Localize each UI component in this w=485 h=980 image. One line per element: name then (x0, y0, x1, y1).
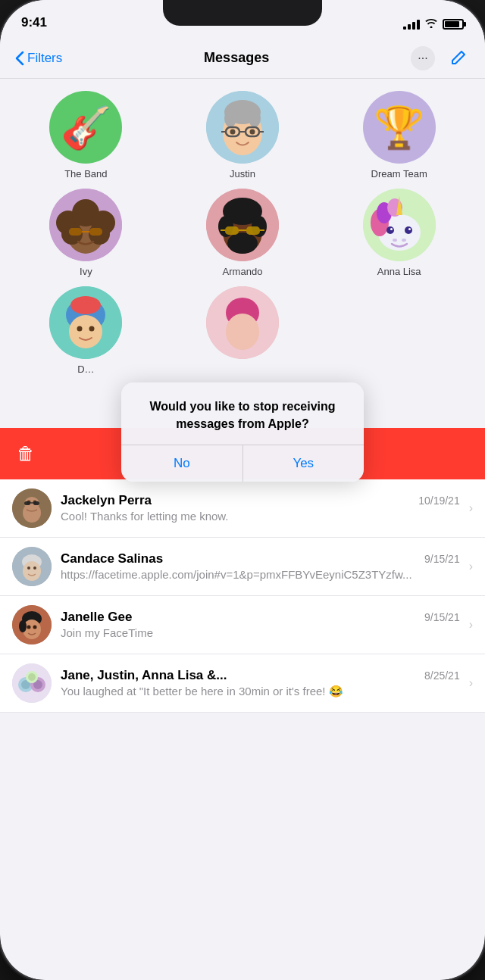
pinned-avatar-annalisa (363, 189, 436, 261)
svg-point-48 (402, 239, 406, 242)
pinned-contacts-row2: Ivy (0, 186, 485, 283)
pinned-avatar-partial (49, 286, 122, 359)
message-time-candace: 9/15/21 (424, 553, 460, 565)
svg-point-47 (393, 239, 397, 242)
message-header-janelle: Janelle Gee 9/15/21 (61, 610, 460, 625)
more-button[interactable]: ··· (411, 46, 435, 70)
pinned-contact-band[interactable]: 🎸 The Band (8, 91, 164, 179)
pinned-name-partial: D… (77, 364, 94, 375)
pinned-avatar-armando (206, 189, 279, 261)
svg-rect-63 (24, 501, 30, 505)
pinned-contact-annalisa[interactable]: Anna Lisa (321, 189, 477, 277)
svg-point-51 (70, 296, 101, 314)
svg-point-83 (28, 673, 36, 681)
message-header-candace: Candace Salinas 9/15/21 (61, 551, 460, 566)
svg-point-46 (408, 228, 411, 230)
svg-rect-23 (89, 228, 102, 236)
notch (163, 0, 322, 26)
svg-point-57 (226, 314, 259, 350)
message-preview-janelle: Join my FaceTime (61, 626, 153, 639)
jackelyn-avatar-img (12, 488, 52, 528)
avatar-janelle (12, 605, 52, 644)
avatar-jackelyn (12, 488, 52, 528)
svg-point-11 (249, 130, 255, 135)
status-icons (403, 17, 464, 32)
message-content-janelle: Janelle Gee 9/15/21 Join my FaceTime (61, 610, 460, 640)
svg-rect-64 (33, 501, 39, 505)
message-header-jackelyn: Jackelyn Perra 10/19/21 (61, 493, 460, 508)
message-time-jackelyn: 10/19/21 (418, 495, 460, 507)
ellipsis-icon: ··· (418, 51, 427, 65)
nav-actions: ··· (411, 46, 470, 70)
armando-memoji (206, 189, 279, 261)
alert-area: Would you like to stop receiving message… (0, 428, 485, 479)
message-time-group: 8/25/21 (424, 669, 460, 682)
alert-yes-button[interactable]: Yes (243, 445, 365, 482)
justin-memoji (206, 91, 279, 164)
pinned-avatar-ivy (49, 189, 122, 261)
svg-point-43 (386, 226, 394, 234)
signal-bars-icon (403, 19, 420, 30)
pinned-name-ivy: Ivy (80, 266, 92, 277)
message-content-group: Jane, Justin, Anna Lisa &... 8/25/21 You… (61, 668, 460, 698)
back-label: Filters (27, 51, 62, 66)
battery-icon (443, 19, 464, 30)
message-header-group: Jane, Justin, Anna Lisa &... 8/25/21 (61, 668, 460, 683)
svg-point-70 (33, 566, 36, 570)
pinned-contact-partial-right (321, 286, 477, 375)
pinned-contact-partial-left[interactable]: D… (8, 286, 164, 375)
pinned-name-band: The Band (64, 168, 107, 179)
pinned-avatar-justin (206, 91, 279, 164)
back-button[interactable]: Filters (15, 51, 62, 66)
phone-screen: 9:41 (0, 0, 485, 980)
message-row-group[interactable]: Jane, Justin, Anna Lisa &... 8/25/21 You… (0, 654, 485, 713)
svg-rect-33 (246, 226, 260, 235)
svg-rect-22 (69, 228, 82, 236)
alert-no-button[interactable]: No (121, 445, 243, 482)
svg-point-74 (19, 620, 27, 632)
partial-center-memoji (206, 286, 279, 359)
pinned-contact-ivy[interactable]: Ivy (8, 189, 164, 277)
pinned-avatar-dreamteam: 🏆 (363, 91, 436, 164)
chevron-icon-jackelyn: › (469, 501, 473, 515)
status-time: 9:41 (21, 15, 47, 32)
compose-icon (449, 50, 466, 67)
trash-icon: 🗑 (17, 443, 35, 464)
phone-frame: 9:41 (0, 0, 485, 980)
pinned-contact-justin[interactable]: Justin (164, 91, 321, 179)
message-preview-jackelyn: Cool! Thanks for letting me know. (61, 510, 229, 523)
message-row-jackelyn[interactable]: Jackelyn Perra 10/19/21 Cool! Thanks for… (0, 479, 485, 538)
message-name-candace: Candace Salinas (61, 551, 163, 566)
chevron-icon-janelle: › (469, 618, 473, 632)
message-row-janelle[interactable]: Janelle Gee 9/15/21 Join my FaceTime › (0, 596, 485, 654)
svg-rect-32 (225, 226, 239, 235)
janelle-avatar-img (12, 605, 52, 644)
message-content-candace: Candace Salinas 9/15/21 https://facetime… (61, 551, 460, 582)
alert-title: Would you like to stop receiving message… (149, 400, 335, 430)
chevron-icon-group: › (469, 676, 473, 690)
partial-memoji (49, 286, 122, 359)
pinned-contacts-row1: 🎸 The Band (0, 79, 485, 186)
pinned-avatar-band: 🎸 (49, 91, 122, 164)
message-preview-candace: https://facetime.apple.com/join#v=1&p=pm… (61, 568, 412, 581)
group-avatar-img (12, 663, 52, 703)
message-time-janelle: 9/15/21 (424, 611, 460, 623)
svg-point-10 (230, 130, 235, 135)
pinned-contact-dreamteam[interactable]: 🏆 Dream Team (321, 91, 477, 179)
message-row-candace[interactable]: Candace Salinas 9/15/21 https://facetime… (0, 538, 485, 596)
candace-avatar-img (12, 547, 52, 586)
annalisa-memoji (363, 189, 436, 261)
svg-point-44 (405, 226, 412, 234)
pinned-name-dreamteam: Dream Team (371, 168, 427, 179)
message-content-jackelyn: Jackelyn Perra 10/19/21 Cool! Thanks for… (61, 493, 460, 523)
alert-body: Would you like to stop receiving message… (121, 382, 364, 445)
svg-point-69 (27, 566, 30, 570)
svg-point-4 (249, 109, 261, 127)
nav-bar: Filters Messages ··· (0, 38, 485, 79)
svg-point-3 (224, 109, 236, 127)
pinned-name-justin: Justin (230, 168, 255, 179)
compose-button[interactable] (446, 46, 470, 70)
svg-point-76 (33, 626, 37, 629)
pinned-contact-armando[interactable]: Armando (164, 189, 321, 277)
message-name-jackelyn: Jackelyn Perra (61, 493, 152, 508)
